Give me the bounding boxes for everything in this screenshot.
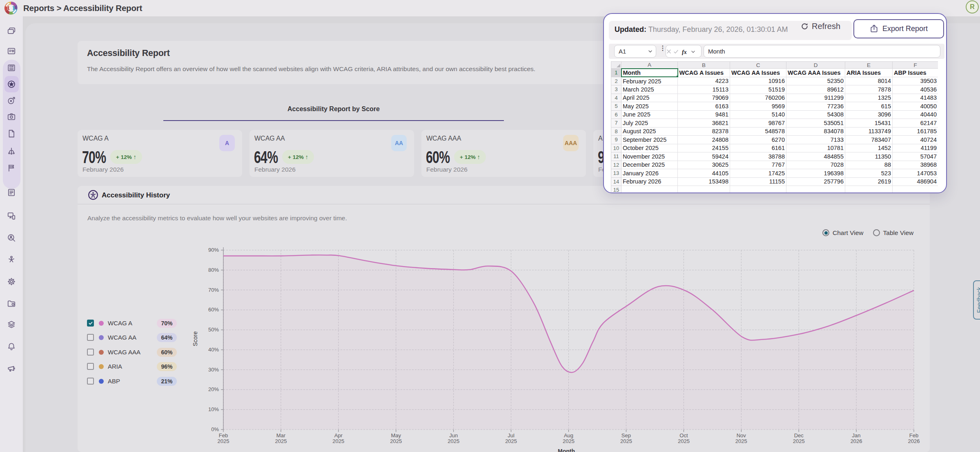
svg-text:Jan: Jan [852,432,861,439]
svg-text:2025: 2025 [735,438,747,444]
svg-text:2025: 2025 [275,438,287,444]
svg-text:40%: 40% [208,347,219,353]
svg-text:50%: 50% [208,327,219,333]
svg-text:2026: 2026 [908,438,920,444]
svg-text:2025: 2025 [332,438,344,444]
svg-text:60%: 60% [208,307,219,313]
svg-text:10%: 10% [208,406,219,412]
svg-text:2025: 2025 [218,438,229,444]
svg-text:2025: 2025 [505,438,517,444]
svg-text:2025: 2025 [448,438,459,444]
svg-text:70%: 70% [208,287,219,293]
svg-text:0%: 0% [211,426,219,432]
svg-text:Sep: Sep [621,432,631,439]
svg-text:Oct: Oct [679,432,688,439]
svg-text:Feb: Feb [219,432,228,439]
svg-text:20%: 20% [208,386,219,392]
svg-text:Nov: Nov [737,432,746,439]
svg-text:30%: 30% [208,367,219,373]
svg-text:Jun: Jun [449,432,458,439]
svg-text:Dec: Dec [794,432,804,439]
svg-text:2025: 2025 [563,438,575,444]
svg-text:2025: 2025 [793,438,805,444]
svg-text:90%: 90% [208,247,219,253]
svg-text:2026: 2026 [851,438,862,444]
svg-text:fx: fx [682,49,687,55]
svg-text:80%: 80% [208,267,219,273]
svg-text:May: May [391,432,401,439]
svg-text:Aug: Aug [564,432,573,439]
svg-text:2025: 2025 [620,438,632,444]
svg-text:2025: 2025 [390,438,402,444]
svg-text:Feb: Feb [909,432,918,439]
svg-text:Mar: Mar [276,432,286,439]
svg-text:Jul: Jul [508,432,514,439]
svg-text:Apr: Apr [334,432,343,439]
svg-text:2025: 2025 [678,438,690,444]
